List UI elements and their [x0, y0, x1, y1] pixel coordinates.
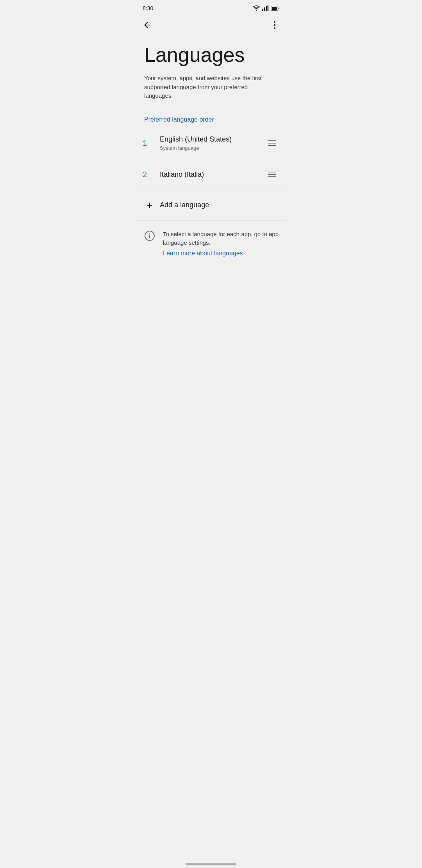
drag-handle-1[interactable] — [265, 137, 279, 149]
page-title: Languages — [144, 44, 278, 66]
info-text: To select a language for each app, go to… — [163, 230, 279, 247]
drag-line — [268, 174, 276, 175]
language-subtitle-1: System language — [160, 145, 265, 151]
svg-rect-2 — [266, 6, 267, 11]
status-time: 8:30 — [143, 5, 153, 11]
drag-line — [268, 145, 276, 146]
signal-icon — [262, 5, 268, 11]
battery-icon — [271, 6, 279, 11]
drag-line — [268, 140, 276, 141]
back-arrow-icon — [143, 20, 152, 30]
language-item-1[interactable]: 1 English (United States) System languag… — [135, 128, 287, 159]
info-section: i To select a language for each app, go … — [135, 221, 287, 266]
language-item-2[interactable]: 2 Italiano (Italia) — [135, 159, 287, 190]
more-dots-icon — [274, 21, 275, 29]
language-info-1: English (United States) System language — [157, 135, 265, 151]
drag-handle-2[interactable] — [265, 169, 279, 180]
more-options-button[interactable] — [267, 17, 283, 33]
learn-more-link[interactable]: Learn more about languages — [163, 250, 279, 257]
section-header: Preferred language order — [135, 107, 287, 128]
back-button[interactable] — [139, 17, 155, 33]
info-icon: i — [143, 230, 157, 244]
add-language-icon: + — [143, 198, 157, 212]
svg-rect-5 — [272, 7, 277, 10]
svg-rect-1 — [264, 7, 265, 11]
toolbar — [135, 14, 287, 36]
add-language-label: Add a language — [157, 201, 209, 209]
drag-line — [268, 143, 276, 143]
svg-rect-3 — [268, 5, 269, 11]
page-header: Languages Your system, apps, and website… — [135, 36, 287, 107]
info-content: To select a language for each app, go to… — [163, 230, 279, 257]
add-language-item[interactable]: + Add a language — [135, 190, 287, 221]
drag-line — [268, 176, 276, 177]
language-name-2: Italiano (Italia) — [160, 170, 265, 179]
language-number-2: 2 — [143, 170, 157, 179]
page-description: Your system, apps, and websites use the … — [144, 74, 278, 100]
status-icons — [253, 5, 279, 11]
language-list: 1 English (United States) System languag… — [135, 128, 287, 221]
preferred-language-order-link[interactable]: Preferred language order — [144, 116, 214, 123]
language-info-2: Italiano (Italia) — [157, 170, 265, 179]
language-number-1: 1 — [143, 139, 157, 148]
language-name-1: English (United States) — [160, 135, 265, 143]
wifi-icon — [253, 5, 260, 11]
svg-rect-0 — [262, 9, 263, 11]
status-bar: 8:30 — [135, 0, 287, 14]
drag-line — [268, 172, 276, 172]
